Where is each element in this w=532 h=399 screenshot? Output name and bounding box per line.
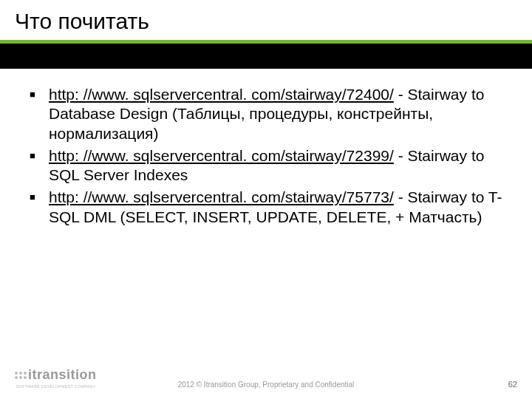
logo-subtitle: SOFTWARE DEVELOPMENT COMPANY <box>16 384 97 389</box>
list-item: http: //www. sqlservercentral. com/stair… <box>30 85 502 143</box>
list-item: http: //www. sqlservercentral. com/stair… <box>30 146 502 185</box>
logo: itransition SOFTWARE DEVELOPMENT COMPANY <box>15 367 97 389</box>
logo-text: itransition <box>28 367 97 383</box>
copyright: 2012 © Itransition Group, Proprietary an… <box>178 381 355 389</box>
resource-link[interactable]: http: //www. sqlservercentral. com/stair… <box>49 147 394 164</box>
resource-link[interactable]: http: //www. sqlservercentral. com/stair… <box>49 86 394 103</box>
black-bar <box>0 44 532 69</box>
logo-main: itransition <box>15 367 97 383</box>
slide-title: Что почитать <box>0 0 532 40</box>
slide-content: http: //www. sqlservercentral. com/stair… <box>0 69 532 227</box>
resource-link[interactable]: http: //www. sqlservercentral. com/stair… <box>49 188 394 205</box>
list-item: http: //www. sqlservercentral. com/stair… <box>30 188 502 227</box>
logo-dots-icon <box>15 372 27 379</box>
bullet-list: http: //www. sqlservercentral. com/stair… <box>30 85 502 227</box>
slide: Что почитать http: //www. sqlservercentr… <box>0 0 532 399</box>
page-number: 62 <box>508 380 517 389</box>
